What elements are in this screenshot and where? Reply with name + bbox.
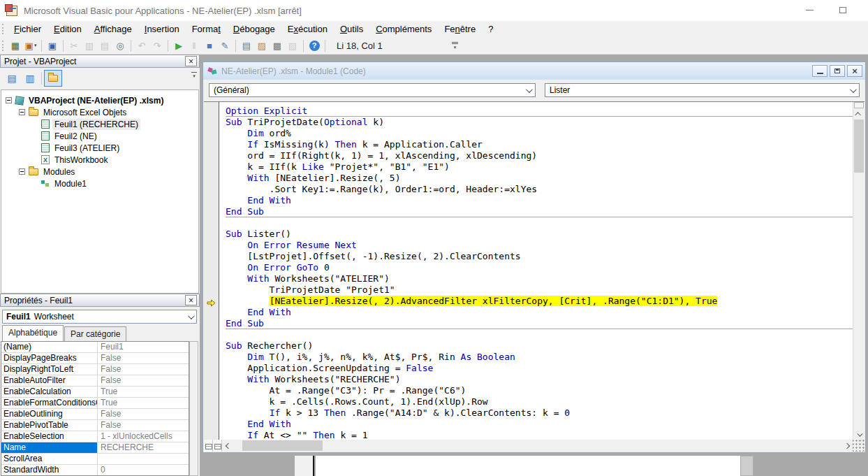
properties-panel-close-button[interactable]: ×: [185, 295, 197, 305]
tree-item-feuil3-atelier[interactable]: Feuil3 (ATELIER): [1, 142, 198, 154]
collapse-icon[interactable]: [6, 97, 12, 103]
paste-icon[interactable]: ▤: [97, 38, 112, 53]
tree-item-vbaproject-ne-atelier-ep-xlsm[interactable]: VBAProject (NE-Atelier(EP) .xlsm): [1, 94, 198, 106]
property-value[interactable]: False: [98, 353, 189, 364]
code-line[interactable]: End With: [226, 419, 853, 430]
property-value[interactable]: Feuil1: [98, 342, 189, 353]
design-mode-icon[interactable]: ✎: [217, 38, 233, 53]
code-line[interactable]: With Worksheets("ATELIER"): [226, 273, 853, 284]
code-line[interactable]: Sub TriProjetDate(Optional k): [226, 117, 853, 128]
code-line[interactable]: TriProjetDate "Projet1": [226, 284, 853, 296]
project-toolbar-options-button[interactable]: ▾: [190, 72, 198, 79]
insert-object-icon[interactable]: ▣▾: [23, 38, 38, 53]
property-value[interactable]: False: [98, 409, 189, 420]
code-line[interactable]: If IsMissing(k) Then k = Application.Cal…: [226, 139, 853, 150]
property-row-enablepivottable[interactable]: EnablePivotTableFalse: [1, 420, 189, 431]
full-module-view-button[interactable]: [213, 440, 222, 452]
menu-item-fen-tre[interactable]: Fenêtre: [438, 22, 482, 36]
property-row-enableoutlining[interactable]: EnableOutliningFalse: [1, 409, 189, 420]
code-line[interactable]: On Error Resume Next: [226, 240, 853, 251]
scroll-up-button[interactable]: [853, 108, 865, 119]
undo-icon[interactable]: ↶: [134, 38, 149, 53]
procedure-dropdown[interactable]: Lister: [545, 83, 860, 97]
collapse-icon[interactable]: [19, 168, 25, 175]
view-code-icon[interactable]: ▤: [3, 70, 21, 87]
property-row-displayrighttoleft[interactable]: DisplayRightToLeftFalse: [1, 364, 189, 375]
tree-item-modules[interactable]: Modules: [1, 166, 198, 178]
tree-item-feuil2-ne[interactable]: Feuil2 (NE): [1, 130, 198, 142]
object-dropdown[interactable]: (Général): [209, 83, 536, 97]
menu-item-ex-cution[interactable]: Exécution: [281, 22, 334, 36]
property-row-standardwidth[interactable]: StandardWidth0: [1, 465, 189, 476]
property-row-enableselection[interactable]: EnableSelection1 - xlUnlockedCells: [1, 431, 189, 442]
background-window-scrollbar[interactable]: [740, 456, 753, 476]
menu-item-affichage[interactable]: Affichage: [88, 22, 138, 36]
code-horizontal-scrollbar[interactable]: [234, 440, 841, 452]
code-line[interactable]: End Sub: [226, 206, 853, 217]
tree-item-microsoft-excel-objets[interactable]: Microsoft Excel Objets: [1, 106, 198, 118]
menubar-grip[interactable]: [2, 24, 5, 34]
property-value[interactable]: RECHERCHE: [98, 442, 189, 454]
property-row-enableformatconditionscalc[interactable]: EnableFormatConditionsCalcTrue: [1, 398, 189, 409]
reset-icon[interactable]: ■: [202, 38, 217, 53]
project-explorer-icon[interactable]: ▤: [239, 38, 254, 53]
code-window-titlebar[interactable]: NE-Atelier(EP) .xlsm - Module1 (Code) ×: [203, 62, 865, 80]
code-line[interactable]: End With: [226, 195, 853, 206]
background-window-code-area[interactable]: [316, 456, 740, 476]
property-value[interactable]: 1 - xlUnlockedCells: [98, 431, 189, 442]
code-line[interactable]: End With: [226, 307, 853, 318]
cut-icon[interactable]: ✂: [66, 38, 82, 53]
tree-item-module1[interactable]: Module1: [1, 178, 198, 189]
code-line[interactable]: Dim ord%: [226, 128, 853, 139]
current-statement-line[interactable]: [NEatelier].Resize(, 2).AdvancedFilter x…: [226, 296, 853, 307]
toggle-folders-icon[interactable]: [44, 70, 62, 87]
code-line[interactable]: ord = IIf(Right(k, 1) = 1, xlAscending, …: [226, 150, 853, 161]
code-line[interactable]: If k > 13 Then .Range("A14:D" & k).Clear…: [226, 408, 853, 419]
horizontal-scroll-thumb[interactable]: [242, 440, 323, 451]
code-line[interactable]: With Worksheets("RECHERCHE"): [226, 374, 853, 385]
scroll-right-button[interactable]: [841, 440, 853, 452]
property-value[interactable]: [98, 454, 189, 465]
properties-window-icon[interactable]: ▨: [254, 38, 270, 53]
view-object-icon[interactable]: ▥: [21, 70, 39, 87]
window-resize-grip[interactable]: [853, 440, 865, 452]
code-line[interactable]: Dim T(), i%, j%, n%, k%, At$, Pr$, Rin A…: [226, 352, 853, 363]
property-value[interactable]: True: [98, 387, 189, 398]
vertical-scroll-thumb[interactable]: [854, 120, 864, 173]
scroll-down-button[interactable]: [853, 429, 865, 440]
property-value[interactable]: False: [98, 364, 189, 375]
property-value[interactable]: False: [98, 375, 189, 387]
code-line[interactable]: End Sub: [226, 318, 853, 329]
code-line[interactable]: [226, 217, 853, 229]
view-microsoft-excel-icon[interactable]: ▦: [8, 38, 23, 53]
property-row-enableautofilter[interactable]: EnableAutoFilterFalse: [1, 375, 189, 387]
scroll-left-button[interactable]: [222, 440, 234, 452]
property-value[interactable]: True: [98, 398, 189, 409]
property-row-name[interactable]: (Name)Feuil1: [1, 342, 189, 353]
menu-item-format[interactable]: Format: [186, 22, 227, 36]
code-line[interactable]: k = IIf(k Like "Projet*", "B1", "E1"): [226, 161, 853, 173]
find-icon[interactable]: ◎: [112, 38, 128, 53]
code-line[interactable]: Sub Lister(): [226, 229, 853, 240]
property-row-name[interactable]: NameRECHERCHE: [1, 442, 189, 454]
code-line[interactable]: Option Explicit: [226, 106, 853, 117]
object-browser-icon[interactable]: ▩: [270, 38, 285, 53]
redo-icon[interactable]: ↷: [149, 38, 165, 53]
code-line[interactable]: .Sort Key1:=.Range(k), Order1:=ord, Head…: [226, 184, 853, 195]
code-line[interactable]: [LstProjet].Offset(, -1).Resize(, 2).Cle…: [226, 251, 853, 262]
copy-icon[interactable]: ▥: [82, 38, 97, 53]
menu-item-insertion[interactable]: Insertion: [138, 22, 186, 36]
menu-item-edition[interactable]: Edition: [47, 22, 88, 36]
margin-indicator-bar[interactable]: [204, 102, 219, 440]
break-icon[interactable]: ‖: [186, 38, 202, 53]
code-line[interactable]: With [NEatelier].Resize(, 5): [226, 173, 853, 184]
code-window-restore-button[interactable]: [830, 65, 845, 77]
menu-item-d-bogage[interactable]: Débogage: [227, 22, 281, 36]
property-value[interactable]: 0: [98, 465, 189, 476]
code-line[interactable]: [226, 329, 853, 340]
code-line[interactable]: On Error GoTo 0: [226, 262, 853, 273]
code-line[interactable]: If At <> "" Then k = 1: [226, 430, 853, 440]
menu-item-compl-ments[interactable]: Compléments: [369, 22, 438, 36]
toolbar-options-button[interactable]: ▾: [450, 39, 459, 52]
tree-item-thisworkbook[interactable]: XThisWorkbook: [1, 154, 198, 166]
